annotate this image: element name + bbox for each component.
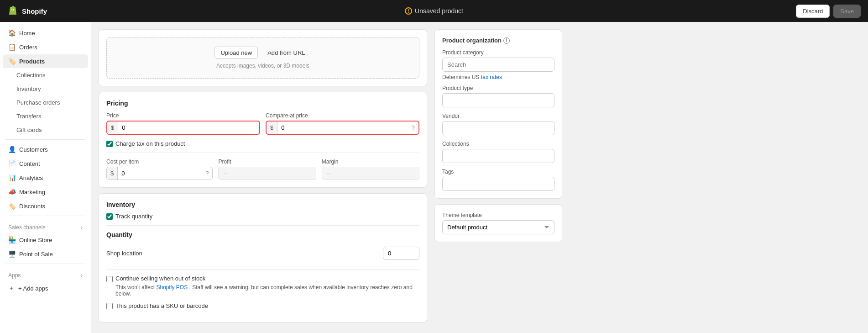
sidebar-item-discounts-label: Discounts <box>19 203 45 210</box>
sidebar-item-discounts[interactable]: 🏷️ Discounts <box>3 199 88 213</box>
unsaved-warning-icon: ! <box>405 7 412 15</box>
sku-row: This product has a SKU or barcode <box>106 302 419 309</box>
theme-template-select[interactable]: Default product Custom template <box>442 220 554 234</box>
continue-selling-checkbox[interactable] <box>106 276 113 282</box>
top-nav: shopify ! Unsaved product Discard Save <box>0 0 868 22</box>
add-apps-label: + Add apps <box>18 285 48 292</box>
page-title: ! Unsaved product <box>405 7 463 15</box>
sidebar-item-marketing-label: Marketing <box>19 189 45 196</box>
sidebar-item-gift-cards-label: Gift cards <box>16 127 42 133</box>
sidebar-item-home[interactable]: 🏠 Home <box>3 26 88 40</box>
center-column: Upload new Add from URL Accepts images, … <box>99 29 427 326</box>
tax-note-text: Determines US <box>442 74 479 80</box>
sidebar-divider-3 <box>5 264 85 264</box>
save-button[interactable]: Save <box>833 5 861 18</box>
sidebar-item-point-of-sale-label: Point of Sale <box>19 251 53 258</box>
sidebar: 🏠 Home 📋 Orders 🏷️ Products Collections … <box>0 22 91 333</box>
upload-new-button[interactable]: Upload new <box>214 47 258 59</box>
continue-selling-row: Continue selling when out of stock <box>106 275 419 282</box>
sidebar-item-content[interactable]: 📄 Content <box>3 157 88 170</box>
sidebar-item-transfers[interactable]: Transfers <box>3 110 88 123</box>
sidebar-item-point-of-sale[interactable]: 🖥️ Point of Sale <box>3 247 88 261</box>
marketing-icon: 📣 <box>8 188 16 196</box>
media-upload-area: Upload new Add from URL Accepts images, … <box>106 37 419 79</box>
tags-input[interactable] <box>442 177 554 191</box>
shopify-pos-link[interactable]: Shopify POS <box>156 284 188 291</box>
organization-info-icon[interactable]: i <box>503 37 510 44</box>
vendor-label: Vendor <box>442 113 554 119</box>
customers-icon: 👤 <box>8 146 16 153</box>
price-label: Price <box>106 112 260 119</box>
product-category-input[interactable] <box>442 58 554 72</box>
product-organization-title-text: Product organization <box>442 37 502 44</box>
sidebar-item-inventory[interactable]: Inventory <box>3 82 88 95</box>
quantity-section-title: Quantity <box>106 231 419 238</box>
price-field-wrapper: $ <box>106 121 260 135</box>
sidebar-item-purchase-orders-label: Purchase orders <box>16 99 60 106</box>
cost-per-item-label: Cost per item <box>106 159 213 165</box>
sales-channels-section: Sales channels › <box>0 219 91 233</box>
tax-rates-link[interactable]: tax rates <box>481 74 502 80</box>
cost-per-item-group: Cost per item $ ? <box>106 159 213 180</box>
vendor-input[interactable] <box>442 121 554 135</box>
apps-label: Apps <box>8 272 21 279</box>
margin-value: -- <box>322 167 419 180</box>
tags-label: Tags <box>442 169 554 175</box>
sidebar-item-customers-label: Customers <box>19 146 48 153</box>
sidebar-item-products[interactable]: 🏷️ Products <box>3 54 88 68</box>
product-type-input[interactable] <box>442 93 554 107</box>
charge-tax-label: Charge tax on this product <box>115 140 185 147</box>
sidebar-item-inventory-label: Inventory <box>16 85 41 92</box>
quantity-divider <box>106 269 419 270</box>
sidebar-item-collections[interactable]: Collections <box>3 69 88 82</box>
sidebar-item-online-store[interactable]: 🏪 Online Store <box>3 233 88 247</box>
shop-location-input[interactable] <box>383 247 419 260</box>
collections-label: Collections <box>442 141 554 147</box>
sales-channels-label: Sales channels <box>8 224 45 231</box>
inventory-divider <box>106 225 419 226</box>
top-nav-actions: Discard Save <box>796 5 861 18</box>
profit-label: Profit <box>218 159 316 165</box>
svg-rect-0 <box>11 9 12 11</box>
margin-label: Margin <box>322 159 419 165</box>
compare-at-price-field-wrapper: $ ? <box>266 121 419 135</box>
sku-checkbox[interactable] <box>106 303 113 309</box>
analytics-icon: 📊 <box>8 174 16 181</box>
charge-tax-checkbox[interactable] <box>106 141 113 147</box>
pricing-divider <box>106 153 419 153</box>
sidebar-item-analytics[interactable]: 📊 Analytics <box>3 171 88 185</box>
continue-selling-label: Continue selling when out of stock <box>115 275 205 282</box>
content-icon: 📄 <box>8 160 16 167</box>
cost-prefix: $ <box>107 167 118 180</box>
cost-input[interactable] <box>118 167 202 180</box>
sidebar-item-gift-cards[interactable]: Gift cards <box>3 123 88 137</box>
inventory-section-title: Inventory <box>106 201 419 208</box>
apps-expand-icon[interactable]: › <box>81 272 83 279</box>
sidebar-item-collections-label: Collections <box>16 72 46 79</box>
sales-channels-expand-icon[interactable]: › <box>81 224 83 231</box>
compare-at-price-input[interactable] <box>277 122 408 134</box>
sidebar-divider-1 <box>5 139 85 140</box>
compare-at-help-icon[interactable]: ? <box>408 122 418 134</box>
price-input[interactable] <box>118 122 259 134</box>
pricing-card: Pricing Price $ Compar <box>99 92 427 188</box>
sidebar-item-marketing[interactable]: 📣 Marketing <box>3 185 88 199</box>
cost-help-icon[interactable]: ? <box>202 167 212 180</box>
collections-input[interactable] <box>442 149 554 163</box>
sidebar-item-purchase-orders[interactable]: Purchase orders <box>3 96 88 109</box>
shopify-bag-icon <box>7 5 18 16</box>
sidebar-item-orders[interactable]: 📋 Orders <box>3 40 88 54</box>
cost-grid: Cost per item $ ? Profit -- Margin -- <box>106 159 419 180</box>
product-category-label: Product category <box>442 49 554 56</box>
page-title-text: Unsaved product <box>415 7 463 15</box>
track-quantity-checkbox[interactable] <box>106 213 113 220</box>
discard-button[interactable]: Discard <box>796 5 830 18</box>
sidebar-item-customers[interactable]: 👤 Customers <box>3 143 88 156</box>
sidebar-item-add-apps[interactable]: ＋ + Add apps <box>3 281 88 296</box>
sidebar-item-analytics-label: Analytics <box>19 174 43 181</box>
svg-rect-1 <box>13 9 14 11</box>
theme-template-card: Theme template Default product Custom te… <box>434 204 562 242</box>
home-icon: 🏠 <box>8 29 16 37</box>
pricing-title: Pricing <box>106 100 419 107</box>
add-from-url-button[interactable]: Add from URL <box>261 47 311 59</box>
